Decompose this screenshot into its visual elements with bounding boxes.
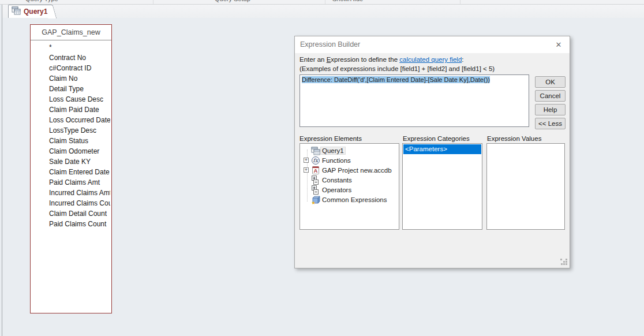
field-list-item[interactable]: Claim Status [49,136,110,146]
expression-elements-label: Expression Elements [299,135,362,142]
field-list-gap-claims-new: GAP_Claims_new * Contract No c#Contract … [30,24,112,313]
expression-input[interactable]: Difference: DateDiff('d',[Claim Entered … [299,74,529,127]
tab-label: Query1 [24,8,47,16]
document-pane-left-border [2,5,2,336]
field-list-item[interactable]: Paid Claims Amt [49,177,110,188]
dialog-titlebar[interactable]: Expression Builder ✕ [295,36,570,53]
field-list-item[interactable]: Claim Odometer [49,146,110,156]
tree-item-label: GAP Project new.accdb [321,167,393,174]
expression-categories-panel: <Parameters> [402,143,482,230]
field-list-item[interactable]: Claim No [49,73,110,84]
ribbon-group-label-query-type: Query Type [25,0,58,2]
instruction-line-2: (Examples of expressions include [field1… [299,65,495,72]
cancel-button[interactable]: Cancel [535,90,566,102]
tree-item-label: Constants [321,177,353,184]
expression-builder-dialog: Expression Builder ✕ Enter an Expression… [294,36,570,268]
tree-item-operators[interactable]: Operators [300,185,399,195]
tree-item-common-expressions[interactable]: ★ Common Expressions [300,195,399,204]
ribbon-group-separator [153,0,153,5]
instruction-text: xpression to define the [331,56,399,63]
tree-stub [303,175,311,185]
field-list-item[interactable]: Incurred Claims Amt [49,188,110,198]
tree-stub [303,145,311,155]
field-list-item[interactable]: Loss Cause Desc [49,94,110,104]
expand-plus-icon[interactable]: + [304,167,309,173]
tab-query1[interactable]: Query1 [8,5,50,18]
expand-plus-icon[interactable]: + [304,158,309,163]
expression-categories-label: Expression Categories [403,135,470,142]
less-button[interactable]: << Less [535,118,566,129]
tree-item-constants[interactable]: Constants [300,175,399,185]
tree-item-gap-project-db[interactable]: + A GAP Project new.accdb [300,165,399,175]
svg-text:A: A [313,167,317,174]
ribbon-group-label-query-setup: Query Setup [215,0,250,2]
functions-icon: fx [311,156,321,165]
field-list-item[interactable]: Loss Occurred Date [49,115,110,125]
tree-item-label: Operators [321,186,353,193]
close-icon[interactable]: ✕ [552,39,565,51]
query-icon [311,146,321,155]
tree-item-query1[interactable]: Query1 [300,145,399,155]
field-list-item[interactable]: Claim Entered Date [49,167,110,177]
ribbon-group-separator [460,0,460,5]
dialog-title: Expression Builder [300,40,360,48]
dialog-resize-grip[interactable] [560,259,568,266]
field-list-item[interactable]: LossType Desc [49,125,110,136]
field-list-item[interactable]: Sale Date KY [49,156,110,167]
category-item-parameters[interactable]: <Parameters> [403,144,481,154]
svg-text:fx: fx [313,158,319,163]
ribbon-group-label-show-hide: Show/Hide [332,0,363,2]
tree-stub: + [303,165,311,175]
svg-text:★: ★ [312,200,316,204]
field-list-item[interactable]: Detail Type [49,84,110,94]
field-list-item[interactable]: Claim Paid Date [49,104,110,115]
tree-item-label: Common Expressions [321,196,388,203]
constants-icon [311,176,321,185]
tree-stub [303,185,311,195]
tree-item-label: Query1 [321,147,345,154]
access-db-icon: A [311,166,321,175]
field-list-item[interactable]: * [49,42,110,53]
field-list-item[interactable]: Incurred Claims Coun [49,198,110,208]
ribbon-sliver: Query Type Query Setup Show/Hide [0,0,644,5]
field-list-item[interactable]: Paid Claims Count [49,219,110,229]
field-list-title: GAP_Claims_new [42,28,100,36]
common-expressions-icon: ★ [311,195,321,204]
instruction-text: Enter an [299,56,327,63]
expression-selected-text: Difference: DateDiff('d',[Claim Entered … [302,76,490,83]
instruction-line-1: Enter an Expression to define the calcul… [299,56,464,63]
operators-icon [311,185,321,195]
document-tab-bar [2,5,644,18]
field-list-item[interactable]: Contract No [49,53,110,63]
help-button[interactable]: Help [535,104,566,115]
tree-stub [303,195,311,204]
ribbon-group-separator [325,0,325,5]
expression-values-label: Expression Values [487,135,541,142]
tree-item-label: Functions [321,157,352,164]
tree-stub: + [303,155,311,165]
ok-button[interactable]: OK [535,76,566,88]
field-list-header[interactable]: GAP_Claims_new [31,25,111,40]
field-list-items: * Contract No c#Contract ID Claim No Det… [31,40,111,229]
expression-elements-panel: Query1 + fx Functions + [299,143,399,230]
instruction-text: : [462,56,463,63]
field-list-item[interactable]: c#Contract ID [49,63,110,73]
elements-tree: Query1 + fx Functions + [300,144,399,204]
expression-values-panel [486,143,565,230]
tree-item-functions[interactable]: + fx Functions [300,155,399,165]
calculated-query-field-link[interactable]: calculated query field [399,56,462,63]
query-datasheet-icon [12,6,21,17]
field-list-item[interactable]: Claim Detail Count [49,208,110,219]
